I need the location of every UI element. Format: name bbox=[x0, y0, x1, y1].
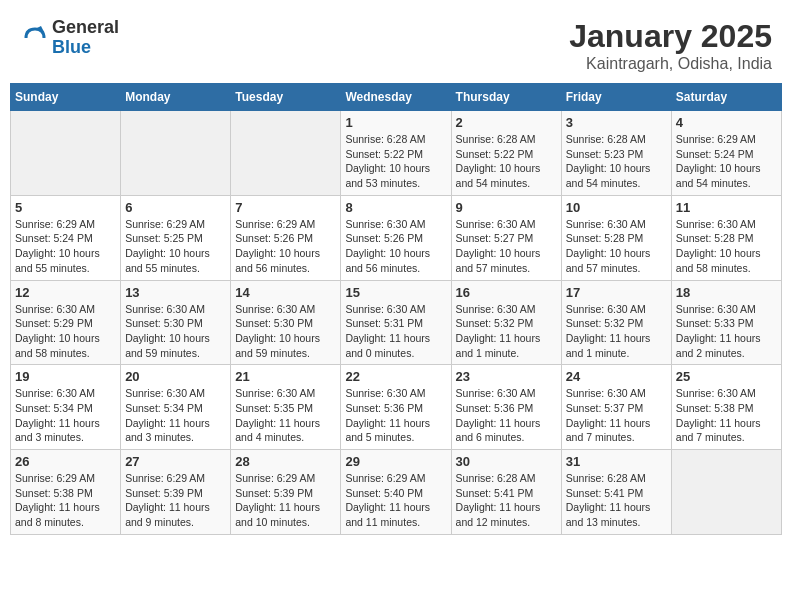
day-number: 26 bbox=[15, 454, 116, 469]
logo-icon bbox=[20, 23, 50, 53]
calendar-cell: 21Sunrise: 6:30 AM Sunset: 5:35 PM Dayli… bbox=[231, 365, 341, 450]
weekday-header: Saturday bbox=[671, 84, 781, 111]
day-info: Sunrise: 6:30 AM Sunset: 5:33 PM Dayligh… bbox=[676, 302, 777, 361]
day-number: 17 bbox=[566, 285, 667, 300]
day-number: 29 bbox=[345, 454, 446, 469]
day-number: 11 bbox=[676, 200, 777, 215]
calendar-cell: 25Sunrise: 6:30 AM Sunset: 5:38 PM Dayli… bbox=[671, 365, 781, 450]
day-info: Sunrise: 6:30 AM Sunset: 5:26 PM Dayligh… bbox=[345, 217, 446, 276]
calendar-cell bbox=[11, 111, 121, 196]
calendar-cell: 12Sunrise: 6:30 AM Sunset: 5:29 PM Dayli… bbox=[11, 280, 121, 365]
day-info: Sunrise: 6:30 AM Sunset: 5:36 PM Dayligh… bbox=[456, 386, 557, 445]
calendar-cell: 27Sunrise: 6:29 AM Sunset: 5:39 PM Dayli… bbox=[121, 450, 231, 535]
day-number: 16 bbox=[456, 285, 557, 300]
day-info: Sunrise: 6:30 AM Sunset: 5:28 PM Dayligh… bbox=[676, 217, 777, 276]
calendar-cell: 26Sunrise: 6:29 AM Sunset: 5:38 PM Dayli… bbox=[11, 450, 121, 535]
calendar-cell: 8Sunrise: 6:30 AM Sunset: 5:26 PM Daylig… bbox=[341, 195, 451, 280]
calendar-cell: 24Sunrise: 6:30 AM Sunset: 5:37 PM Dayli… bbox=[561, 365, 671, 450]
calendar-cell: 6Sunrise: 6:29 AM Sunset: 5:25 PM Daylig… bbox=[121, 195, 231, 280]
day-info: Sunrise: 6:29 AM Sunset: 5:25 PM Dayligh… bbox=[125, 217, 226, 276]
weekday-header: Tuesday bbox=[231, 84, 341, 111]
weekday-header: Monday bbox=[121, 84, 231, 111]
calendar-cell: 11Sunrise: 6:30 AM Sunset: 5:28 PM Dayli… bbox=[671, 195, 781, 280]
logo-blue-text: Blue bbox=[52, 37, 91, 57]
day-number: 21 bbox=[235, 369, 336, 384]
calendar-cell: 1Sunrise: 6:28 AM Sunset: 5:22 PM Daylig… bbox=[341, 111, 451, 196]
day-info: Sunrise: 6:28 AM Sunset: 5:23 PM Dayligh… bbox=[566, 132, 667, 191]
calendar-body: 1Sunrise: 6:28 AM Sunset: 5:22 PM Daylig… bbox=[11, 111, 782, 535]
day-number: 9 bbox=[456, 200, 557, 215]
day-number: 24 bbox=[566, 369, 667, 384]
day-number: 4 bbox=[676, 115, 777, 130]
day-info: Sunrise: 6:30 AM Sunset: 5:30 PM Dayligh… bbox=[125, 302, 226, 361]
day-number: 20 bbox=[125, 369, 226, 384]
day-number: 19 bbox=[15, 369, 116, 384]
calendar-cell: 23Sunrise: 6:30 AM Sunset: 5:36 PM Dayli… bbox=[451, 365, 561, 450]
day-info: Sunrise: 6:28 AM Sunset: 5:41 PM Dayligh… bbox=[566, 471, 667, 530]
calendar-cell: 4Sunrise: 6:29 AM Sunset: 5:24 PM Daylig… bbox=[671, 111, 781, 196]
day-info: Sunrise: 6:30 AM Sunset: 5:38 PM Dayligh… bbox=[676, 386, 777, 445]
day-number: 15 bbox=[345, 285, 446, 300]
day-info: Sunrise: 6:29 AM Sunset: 5:39 PM Dayligh… bbox=[235, 471, 336, 530]
calendar-cell: 29Sunrise: 6:29 AM Sunset: 5:40 PM Dayli… bbox=[341, 450, 451, 535]
day-info: Sunrise: 6:28 AM Sunset: 5:22 PM Dayligh… bbox=[456, 132, 557, 191]
day-info: Sunrise: 6:30 AM Sunset: 5:29 PM Dayligh… bbox=[15, 302, 116, 361]
day-info: Sunrise: 6:30 AM Sunset: 5:37 PM Dayligh… bbox=[566, 386, 667, 445]
day-number: 7 bbox=[235, 200, 336, 215]
calendar-cell bbox=[671, 450, 781, 535]
weekday-header: Friday bbox=[561, 84, 671, 111]
day-info: Sunrise: 6:30 AM Sunset: 5:35 PM Dayligh… bbox=[235, 386, 336, 445]
calendar-cell: 9Sunrise: 6:30 AM Sunset: 5:27 PM Daylig… bbox=[451, 195, 561, 280]
weekday-header: Sunday bbox=[11, 84, 121, 111]
day-info: Sunrise: 6:30 AM Sunset: 5:32 PM Dayligh… bbox=[456, 302, 557, 361]
calendar-title: January 2025 bbox=[569, 18, 772, 55]
day-number: 2 bbox=[456, 115, 557, 130]
calendar-cell bbox=[121, 111, 231, 196]
calendar-cell: 10Sunrise: 6:30 AM Sunset: 5:28 PM Dayli… bbox=[561, 195, 671, 280]
calendar-cell: 20Sunrise: 6:30 AM Sunset: 5:34 PM Dayli… bbox=[121, 365, 231, 450]
day-info: Sunrise: 6:29 AM Sunset: 5:39 PM Dayligh… bbox=[125, 471, 226, 530]
calendar-cell: 2Sunrise: 6:28 AM Sunset: 5:22 PM Daylig… bbox=[451, 111, 561, 196]
calendar-subtitle: Kaintragarh, Odisha, India bbox=[569, 55, 772, 73]
weekday-row: SundayMondayTuesdayWednesdayThursdayFrid… bbox=[11, 84, 782, 111]
calendar-cell: 7Sunrise: 6:29 AM Sunset: 5:26 PM Daylig… bbox=[231, 195, 341, 280]
day-info: Sunrise: 6:30 AM Sunset: 5:28 PM Dayligh… bbox=[566, 217, 667, 276]
calendar-cell: 16Sunrise: 6:30 AM Sunset: 5:32 PM Dayli… bbox=[451, 280, 561, 365]
calendar-cell: 3Sunrise: 6:28 AM Sunset: 5:23 PM Daylig… bbox=[561, 111, 671, 196]
day-info: Sunrise: 6:30 AM Sunset: 5:32 PM Dayligh… bbox=[566, 302, 667, 361]
calendar-cell bbox=[231, 111, 341, 196]
day-number: 1 bbox=[345, 115, 446, 130]
calendar-cell: 13Sunrise: 6:30 AM Sunset: 5:30 PM Dayli… bbox=[121, 280, 231, 365]
day-number: 12 bbox=[15, 285, 116, 300]
day-number: 18 bbox=[676, 285, 777, 300]
page-header: General Blue January 2025 Kaintragarh, O… bbox=[10, 10, 782, 77]
day-number: 22 bbox=[345, 369, 446, 384]
calendar-week-row: 5Sunrise: 6:29 AM Sunset: 5:24 PM Daylig… bbox=[11, 195, 782, 280]
day-number: 23 bbox=[456, 369, 557, 384]
day-info: Sunrise: 6:29 AM Sunset: 5:38 PM Dayligh… bbox=[15, 471, 116, 530]
calendar-cell: 15Sunrise: 6:30 AM Sunset: 5:31 PM Dayli… bbox=[341, 280, 451, 365]
calendar-week-row: 26Sunrise: 6:29 AM Sunset: 5:38 PM Dayli… bbox=[11, 450, 782, 535]
day-number: 30 bbox=[456, 454, 557, 469]
day-info: Sunrise: 6:28 AM Sunset: 5:41 PM Dayligh… bbox=[456, 471, 557, 530]
calendar-week-row: 1Sunrise: 6:28 AM Sunset: 5:22 PM Daylig… bbox=[11, 111, 782, 196]
day-number: 31 bbox=[566, 454, 667, 469]
day-number: 13 bbox=[125, 285, 226, 300]
day-number: 28 bbox=[235, 454, 336, 469]
day-number: 6 bbox=[125, 200, 226, 215]
day-info: Sunrise: 6:30 AM Sunset: 5:27 PM Dayligh… bbox=[456, 217, 557, 276]
day-number: 27 bbox=[125, 454, 226, 469]
calendar-cell: 14Sunrise: 6:30 AM Sunset: 5:30 PM Dayli… bbox=[231, 280, 341, 365]
calendar-cell: 30Sunrise: 6:28 AM Sunset: 5:41 PM Dayli… bbox=[451, 450, 561, 535]
day-info: Sunrise: 6:30 AM Sunset: 5:34 PM Dayligh… bbox=[15, 386, 116, 445]
calendar-header: SundayMondayTuesdayWednesdayThursdayFrid… bbox=[11, 84, 782, 111]
day-info: Sunrise: 6:30 AM Sunset: 5:34 PM Dayligh… bbox=[125, 386, 226, 445]
calendar-cell: 18Sunrise: 6:30 AM Sunset: 5:33 PM Dayli… bbox=[671, 280, 781, 365]
day-number: 10 bbox=[566, 200, 667, 215]
calendar-cell: 31Sunrise: 6:28 AM Sunset: 5:41 PM Dayli… bbox=[561, 450, 671, 535]
weekday-header: Wednesday bbox=[341, 84, 451, 111]
day-info: Sunrise: 6:29 AM Sunset: 5:24 PM Dayligh… bbox=[15, 217, 116, 276]
day-number: 5 bbox=[15, 200, 116, 215]
day-info: Sunrise: 6:28 AM Sunset: 5:22 PM Dayligh… bbox=[345, 132, 446, 191]
day-info: Sunrise: 6:29 AM Sunset: 5:24 PM Dayligh… bbox=[676, 132, 777, 191]
